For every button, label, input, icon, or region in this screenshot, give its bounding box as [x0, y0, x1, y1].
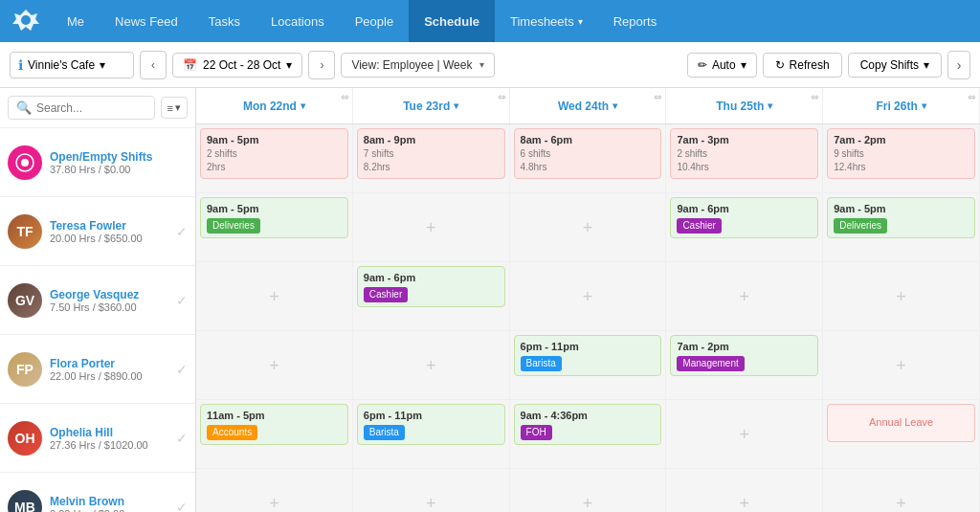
day-caret: ▾: [768, 100, 772, 111]
add-shift-plus[interactable]: +: [583, 286, 593, 306]
shift-time: 8am - 9pm: [364, 133, 499, 147]
employee-info: Open/Empty Shifts 37.80 Hrs / $0.00: [50, 150, 188, 175]
employee-name[interactable]: Flora Porter: [50, 357, 168, 370]
employee-name[interactable]: Open/Empty Shifts: [50, 150, 188, 164]
add-shift-plus[interactable]: +: [896, 355, 906, 375]
shift-card[interactable]: 9am - 4:36pm FOH: [514, 404, 662, 445]
next-week-button[interactable]: ›: [308, 51, 335, 79]
shift-card[interactable]: 7am - 3pm 2 shifts10.4hrs: [670, 128, 818, 179]
day-header-thu[interactable]: Thu 25th ▾ ⇔: [666, 88, 823, 123]
grid-cell[interactable]: +: [353, 469, 510, 512]
add-shift-plus[interactable]: +: [426, 355, 436, 375]
day-header-mon[interactable]: Mon 22nd ▾ ⇔: [196, 88, 353, 123]
add-shift-plus[interactable]: +: [583, 493, 593, 512]
prev-week-button[interactable]: ‹: [140, 51, 167, 79]
grid-cell[interactable]: +: [823, 331, 980, 399]
shift-card[interactable]: 9am - 6pm Cashier: [670, 197, 818, 238]
table-row: 11am - 5pm Accounts 6pm - 11pm Barista 9…: [196, 400, 980, 469]
grid-cell[interactable]: +: [666, 400, 823, 468]
grid-cell[interactable]: +: [353, 331, 510, 399]
grid-cell: ⇔ 8am - 6pm 6 shifts4.8hrs: [510, 124, 667, 192]
shift-tag: Barista: [364, 425, 405, 440]
grid-cell[interactable]: +: [823, 262, 980, 330]
add-shift-plus[interactable]: +: [740, 424, 750, 444]
view-label: View: Employee | Week: [351, 58, 472, 72]
nav-me[interactable]: Me: [52, 0, 100, 42]
shift-card[interactable]: 7am - 2pm Management: [670, 335, 818, 376]
shift-card[interactable]: 8am - 9pm 7 shifts8.2hrs: [357, 128, 505, 179]
nav-tasks[interactable]: Tasks: [193, 0, 256, 42]
grid-cell[interactable]: +: [666, 469, 823, 512]
day-header-wed[interactable]: Wed 24th ▾ ⇔: [510, 88, 667, 123]
nav-people[interactable]: People: [340, 0, 409, 42]
grid-cell[interactable]: +: [510, 469, 667, 512]
grid-cell[interactable]: +: [196, 262, 353, 330]
location-selector[interactable]: ℹ Vinnie's Cafe ▾: [10, 52, 134, 78]
grid-cell[interactable]: +: [353, 193, 510, 261]
nav-reports[interactable]: Reports: [598, 0, 673, 42]
chevron-icon[interactable]: ✓: [176, 293, 188, 308]
grid-cell[interactable]: +: [510, 193, 667, 261]
grid-cell[interactable]: +: [666, 262, 823, 330]
shift-tag: Cashier: [364, 287, 408, 302]
nav-schedule[interactable]: Schedule: [409, 0, 495, 42]
add-shift-plus[interactable]: +: [896, 286, 906, 306]
avatar: OH: [8, 421, 42, 456]
chevron-icon[interactable]: ✓: [176, 500, 188, 513]
shift-card[interactable]: 6pm - 11pm Barista: [357, 404, 505, 445]
sort-icon: ≡: [167, 102, 173, 114]
list-item: TF Teresa Fowler 20.00 Hrs / $650.00 ✓: [0, 197, 195, 266]
chevron-icon[interactable]: ✓: [176, 431, 188, 446]
shift-card[interactable]: 11am - 5pm Accounts: [200, 404, 348, 445]
nav-timesheets[interactable]: Timesheets ▾: [495, 0, 598, 42]
grid-cell: 9am - 4:36pm FOH: [510, 400, 667, 468]
shift-card[interactable]: 7am - 2pm 9 shifts12.4hrs: [827, 128, 975, 179]
nav-news-feed[interactable]: News Feed: [100, 0, 193, 42]
search-input[interactable]: [36, 101, 146, 115]
copy-shifts-button[interactable]: Copy Shifts ▾: [848, 53, 942, 78]
annual-leave-label: Annual Leave: [869, 415, 933, 430]
employee-name[interactable]: Melvin Brown: [50, 495, 168, 508]
shift-card[interactable]: 6pm - 11pm Barista: [514, 335, 662, 376]
add-shift-plus[interactable]: +: [740, 493, 750, 512]
search-input-wrap[interactable]: 🔍: [8, 96, 155, 120]
shift-card[interactable]: 9am - 6pm Cashier: [357, 266, 505, 307]
employee-name[interactable]: George Vasquez: [50, 288, 168, 301]
day-header-fri[interactable]: Fri 26th ▾ ⇔: [823, 88, 980, 123]
employee-name[interactable]: Teresa Fowler: [50, 219, 168, 233]
add-shift-plus[interactable]: +: [740, 286, 750, 306]
grid-cell[interactable]: +: [196, 469, 353, 512]
shift-card[interactable]: 9am - 5pm 2 shifts2hrs: [200, 128, 348, 179]
add-shift-plus[interactable]: +: [269, 493, 279, 512]
shift-card[interactable]: 8am - 6pm 6 shifts4.8hrs: [514, 128, 662, 179]
add-shift-plus[interactable]: +: [269, 355, 279, 375]
day-header-tue[interactable]: Tue 23rd ▾ ⇔: [353, 88, 510, 123]
sort-button[interactable]: ≡ ▾: [161, 97, 188, 119]
more-button[interactable]: ›: [947, 51, 970, 79]
add-shift-plus[interactable]: +: [426, 217, 436, 237]
logo[interactable]: [10, 5, 42, 37]
chevron-icon[interactable]: ✓: [176, 362, 188, 377]
shift-card[interactable]: 9am - 5pm Deliveries: [200, 197, 348, 238]
refresh-button[interactable]: ↻ Refresh: [763, 53, 842, 78]
shift-card[interactable]: 9am - 5pm Deliveries: [827, 197, 975, 238]
shift-card-annual[interactable]: Annual Leave: [827, 404, 975, 442]
list-item: GV George Vasquez 7.50 Hrs / $360.00 ✓: [0, 266, 195, 335]
refresh-label: Refresh: [790, 58, 830, 72]
location-caret: ▾: [100, 58, 105, 72]
add-shift-plus[interactable]: +: [426, 493, 436, 512]
grid-cell[interactable]: +: [196, 331, 353, 399]
date-range-picker[interactable]: 📅 22 Oct - 28 Oct ▾: [172, 53, 302, 78]
grid-cell[interactable]: +: [823, 469, 980, 512]
auto-button[interactable]: ✏ Auto ▾: [687, 53, 757, 78]
add-shift-plus[interactable]: +: [269, 286, 279, 306]
chevron-icon[interactable]: ✓: [176, 224, 188, 239]
nav-locations[interactable]: Locations: [256, 0, 340, 42]
employee-name[interactable]: Ophelia Hill: [50, 426, 168, 439]
add-shift-plus[interactable]: +: [583, 217, 593, 237]
view-caret: ▾: [479, 59, 484, 70]
employee-list: Open/Empty Shifts 37.80 Hrs / $0.00 TF T…: [0, 128, 195, 512]
add-shift-plus[interactable]: +: [896, 493, 906, 512]
grid-cell[interactable]: +: [510, 262, 667, 330]
view-selector[interactable]: View: Employee | Week ▾: [341, 53, 495, 78]
